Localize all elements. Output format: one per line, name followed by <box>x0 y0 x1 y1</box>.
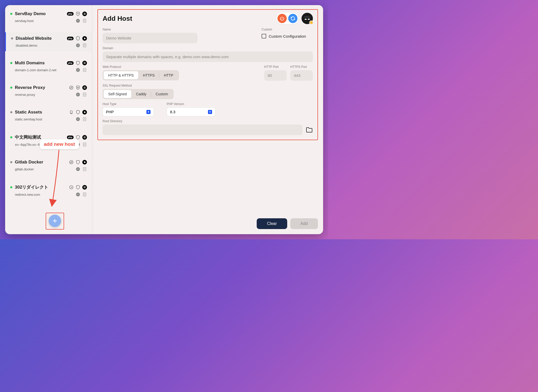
note-icon[interactable] <box>82 43 87 48</box>
host-item[interactable]: Reverse Proxy reverse.proxy <box>5 81 92 100</box>
pause-icon[interactable] <box>82 185 87 190</box>
compass-icon[interactable] <box>76 18 80 23</box>
host-domain: domain-1.com domain-2.net <box>15 68 76 72</box>
note-icon[interactable] <box>82 92 87 97</box>
protocol-segmented: HTTP & HTTPS HTTPS HTTP <box>103 70 179 80</box>
note-icon[interactable] <box>82 68 87 72</box>
host-item[interactable]: Gitlab Docker gitlab.docker <box>5 156 92 175</box>
custom-config-checkbox[interactable] <box>262 34 266 38</box>
http-port-label: HTTP Port <box>264 65 287 69</box>
pause-icon[interactable] <box>82 12 87 16</box>
host-type-value: PHP <box>106 110 114 114</box>
name-input[interactable] <box>103 33 197 43</box>
protocol-option[interactable]: HTTP <box>159 71 178 79</box>
domain-label: Domain <box>103 46 313 50</box>
add-host-button[interactable] <box>49 215 61 227</box>
host-domain: servbay.host <box>15 19 76 23</box>
compass-icon[interactable] <box>76 43 80 48</box>
note-icon[interactable] <box>82 142 87 147</box>
host-item[interactable]: Multi Domains php domain-1.com domain-2.… <box>5 57 92 76</box>
protocol-option[interactable]: HTTPS <box>138 71 159 79</box>
refresh-button[interactable] <box>288 14 297 23</box>
host-type-label: Host Type <box>103 102 154 106</box>
ssl-option[interactable]: Custom <box>151 90 173 98</box>
play-icon[interactable] <box>82 160 87 164</box>
app-window: ServBay Demo php servbay.host Disabled W… <box>5 5 323 234</box>
shield-x-icon[interactable] <box>76 85 80 90</box>
note-icon[interactable] <box>82 167 87 171</box>
host-item[interactable]: Disabled Website php disabled.demo <box>5 32 92 51</box>
status-dot-icon <box>10 186 12 188</box>
domain-input[interactable] <box>103 51 313 62</box>
shield-icon[interactable] <box>76 135 80 140</box>
host-item[interactable]: 302リダイレクト redirect.new.com <box>5 181 92 200</box>
play-icon[interactable] <box>82 110 87 115</box>
svg-point-23 <box>305 19 307 20</box>
php-version-value: 8.3 <box>170 110 175 114</box>
add-button[interactable]: Add <box>290 218 318 229</box>
note-icon[interactable] <box>82 117 87 121</box>
host-name: Multi Domains <box>15 60 64 66</box>
host-item[interactable]: Static Assets static.servbay.host <box>5 106 92 125</box>
folder-browse-button[interactable] <box>306 127 313 133</box>
root-dir-input[interactable] <box>103 125 303 135</box>
php-version-select[interactable]: 8.3 <box>167 107 215 116</box>
ssl-label: SSL Request Method <box>103 84 313 87</box>
shield-lock-icon[interactable] <box>76 12 80 16</box>
status-dot-icon <box>11 37 13 39</box>
host-type-select[interactable]: PHP <box>103 107 154 116</box>
add-host-form: Add Host <box>97 9 318 140</box>
compass-icon[interactable] <box>76 167 80 171</box>
root-dir-label: Root Directory <box>103 119 313 123</box>
compass-icon[interactable] <box>76 117 80 121</box>
shield-icon[interactable] <box>76 61 80 65</box>
form-footer: Clear Add <box>97 213 318 229</box>
svg-point-16 <box>69 160 73 164</box>
host-domain: static.servbay.host <box>15 117 76 121</box>
power-button[interactable] <box>277 14 287 23</box>
host-name: Disabled Website <box>16 36 64 41</box>
svg-point-0 <box>78 13 78 14</box>
host-item[interactable]: ServBay Demo php servbay.host <box>5 8 92 27</box>
pause-icon[interactable] <box>82 85 87 90</box>
power-icon <box>280 16 285 21</box>
pause-icon[interactable] <box>82 135 87 140</box>
svg-point-7 <box>69 86 73 89</box>
host-name: Reverse Proxy <box>15 85 66 90</box>
status-dot-icon <box>10 62 12 64</box>
shield-icon[interactable] <box>76 36 80 41</box>
host-name: Gitlab Docker <box>15 160 66 165</box>
pause-icon[interactable] <box>82 61 87 65</box>
php-badge-icon: php <box>67 61 74 65</box>
protocol-option[interactable]: HTTP & HTTPS <box>104 71 138 79</box>
swap-icon <box>69 85 74 90</box>
ssl-option[interactable]: Self-Signed <box>104 90 131 98</box>
play-icon[interactable] <box>82 36 87 41</box>
note-icon[interactable] <box>82 18 87 23</box>
status-dot-icon <box>10 136 12 138</box>
compass-icon[interactable] <box>76 92 80 97</box>
host-sidebar: ServBay Demo php servbay.host Disabled W… <box>5 5 92 234</box>
shield-icon[interactable] <box>76 185 80 190</box>
clear-button[interactable]: Clear <box>257 218 287 229</box>
shield-icon[interactable] <box>76 110 80 115</box>
http-port-input[interactable] <box>264 70 287 81</box>
status-dot-icon <box>10 87 12 89</box>
compass-icon[interactable] <box>76 192 80 197</box>
host-name: Static Assets <box>15 110 66 115</box>
compass-icon[interactable] <box>76 68 80 72</box>
refresh-icon <box>290 16 295 21</box>
avatar[interactable] <box>302 13 313 24</box>
folder-icon <box>306 127 313 133</box>
https-port-input[interactable] <box>290 70 313 81</box>
verified-badge-icon <box>309 20 313 25</box>
status-dot-icon <box>10 161 12 163</box>
name-label: Name <box>103 28 254 31</box>
note-icon[interactable] <box>82 192 87 197</box>
redirect-icon <box>69 185 74 190</box>
protocol-label: Web Protocol <box>103 65 256 69</box>
php-badge-icon: php <box>67 12 74 16</box>
ssl-option[interactable]: Caddy <box>131 90 151 98</box>
shield-icon[interactable] <box>76 160 80 164</box>
custom-label: Custom <box>262 28 313 31</box>
